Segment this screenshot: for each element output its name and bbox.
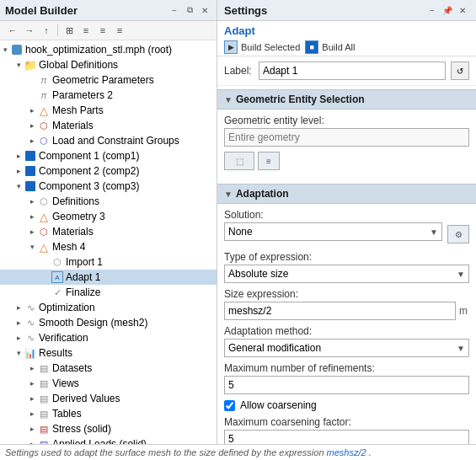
- tree-item-optimization[interactable]: ▸∿Optimization: [0, 300, 217, 315]
- expand-all-button[interactable]: ≡: [112, 24, 127, 37]
- build-selected-label: Build Selected: [241, 42, 300, 52]
- up-button[interactable]: ↑: [39, 24, 54, 37]
- settings-pin[interactable]: 📌: [441, 3, 454, 17]
- tree-label-root: hook_optimization_stl.mph (root): [25, 44, 172, 56]
- expand-arrow-stress[interactable]: ▸: [27, 424, 37, 434]
- geometric-entity-section-header[interactable]: ▼ Geometric Entity Selection: [217, 89, 476, 110]
- tree-item-views[interactable]: ▸▤Views: [0, 376, 217, 391]
- tree-icon-load: ⬡: [37, 134, 51, 147]
- max-coarse-input[interactable]: [224, 430, 469, 444]
- detach-button[interactable]: ⧉: [183, 3, 196, 17]
- type-dropdown[interactable]: Absolute size ▼: [224, 265, 469, 283]
- expand-arrow-global-defs[interactable]: ▾: [13, 60, 24, 70]
- tree-icon-mesh-parts: △: [37, 104, 51, 117]
- tree-icon-global-defs: 📁: [24, 58, 37, 72]
- build-selected-icon: ▶: [224, 40, 238, 54]
- expand-arrow-results[interactable]: ▾: [13, 348, 24, 358]
- expand-arrow-verification[interactable]: ▸: [13, 333, 24, 343]
- tree-item-mesh-parts[interactable]: ▸△Mesh Parts: [0, 103, 217, 118]
- expand-arrow-tables[interactable]: ▸: [27, 409, 37, 419]
- tree-label-tables: Tables: [52, 408, 82, 420]
- tree-item-geom-params[interactable]: πGeometric Parameters: [0, 72, 217, 88]
- solution-dropdown[interactable]: None ▼: [224, 222, 442, 241]
- entity-level-input[interactable]: [224, 128, 469, 147]
- tree-item-datasets[interactable]: ▸▤Datasets: [0, 361, 217, 376]
- expand-arrow-comp1[interactable]: ▸: [13, 151, 24, 161]
- tree-item-applied[interactable]: ▸▤Applied Loads (solid): [0, 436, 217, 444]
- expand-arrow-optimization[interactable]: ▸: [13, 302, 24, 313]
- tree-item-smooth[interactable]: ▸∿Smooth Design (mesh2): [0, 315, 217, 330]
- tree-icon-geom3: △: [37, 210, 51, 223]
- tree-item-mats3[interactable]: ▸⬡Materials: [0, 224, 217, 239]
- expand-arrow-mesh-parts[interactable]: ▸: [27, 105, 37, 115]
- tree-item-comp1[interactable]: ▸Component 1 (comp1): [0, 148, 217, 163]
- entity-select-button[interactable]: ⬚: [224, 152, 254, 170]
- tree-item-finalize[interactable]: ✓Finalize: [0, 285, 217, 300]
- forward-button[interactable]: →: [22, 24, 37, 37]
- adapt-toolbar: ▶ Build Selected ■ Build All: [224, 40, 469, 54]
- tree-item-derived[interactable]: ▸▤Derived Values: [0, 391, 217, 406]
- expand-arrow-comp3[interactable]: ▾: [13, 181, 24, 191]
- tree-item-tables[interactable]: ▸▤Tables: [0, 406, 217, 421]
- allow-coarsening-label: Allow coarsening: [240, 399, 317, 411]
- settings-close[interactable]: ✕: [456, 3, 469, 17]
- tree-label-views: Views: [52, 377, 79, 389]
- entity-view-button[interactable]: ≡: [258, 152, 280, 170]
- solution-value: None: [228, 226, 253, 238]
- expand-arrow-root[interactable]: ▾: [0, 45, 10, 55]
- tree-item-root[interactable]: ▾hook_optimization_stl.mph (root): [0, 42, 217, 57]
- tree-item-comp3[interactable]: ▾Component 3 (comp3): [0, 179, 217, 194]
- expand-arrow-load[interactable]: ▸: [27, 136, 37, 146]
- tree-label-smooth: Smooth Design (mesh2): [39, 317, 147, 329]
- entity-level-label: Geometric entity level:: [224, 115, 469, 126]
- build-all-icon: ■: [305, 40, 318, 54]
- toolbar-separator: [57, 24, 58, 36]
- tree-item-results[interactable]: ▾📊Results: [0, 345, 217, 361]
- expand-arrow-mats3[interactable]: ▸: [27, 227, 37, 237]
- solution-settings-button[interactable]: ⚙: [447, 225, 469, 243]
- label-input[interactable]: [259, 62, 446, 80]
- build-selected-button[interactable]: ▶ Build Selected: [224, 40, 300, 54]
- tree-item-geom3[interactable]: ▸△Geometry 3: [0, 209, 217, 224]
- tree-item-params2[interactable]: πParameters 2: [0, 88, 217, 103]
- tree-item-materials[interactable]: ▸⬡Materials: [0, 118, 217, 133]
- expand-arrow-views[interactable]: ▸: [27, 378, 37, 388]
- expand-arrow-materials[interactable]: ▸: [27, 120, 37, 131]
- grid-view-button[interactable]: ⊞: [62, 24, 77, 37]
- adapt-section-label: Adapt: [224, 24, 469, 37]
- tree-item-global-defs[interactable]: ▾📁Global Definitions: [0, 57, 217, 72]
- expand-arrow-derived[interactable]: ▸: [27, 393, 37, 404]
- list-view-button[interactable]: ≡: [78, 24, 94, 37]
- method-dropdown[interactable]: General modification ▼: [224, 339, 469, 357]
- tree-icon-params2: π: [37, 88, 51, 102]
- tree-item-defs[interactable]: ▸⬡Definitions: [0, 194, 217, 209]
- expand-arrow-defs[interactable]: ▸: [27, 196, 37, 206]
- tree-label-defs: Definitions: [52, 195, 99, 207]
- expand-arrow-comp2[interactable]: ▸: [13, 166, 24, 176]
- tree-label-mesh-parts: Mesh Parts: [52, 104, 104, 116]
- minimize-button[interactable]: −: [168, 3, 181, 17]
- allow-coarsening-checkbox[interactable]: [224, 400, 235, 411]
- tree-item-comp2[interactable]: ▸Component 2 (comp2): [0, 163, 217, 179]
- tree-item-adapt1[interactable]: AAdapt 1: [0, 270, 217, 285]
- close-left-button[interactable]: ✕: [198, 3, 211, 17]
- tree-item-verification[interactable]: ▸∿Verification: [0, 330, 217, 345]
- tree-item-mesh4[interactable]: ▾△Mesh 4: [0, 239, 217, 254]
- size-input[interactable]: [224, 302, 456, 320]
- expand-arrow-datasets[interactable]: ▸: [27, 363, 37, 373]
- expand-arrow-mesh4[interactable]: ▾: [27, 242, 37, 252]
- expand-arrow-smooth[interactable]: ▸: [13, 318, 24, 328]
- tree-item-stress[interactable]: ▸▤Stress (solid): [0, 421, 217, 436]
- max-ref-input[interactable]: [224, 376, 469, 394]
- settings-minimize[interactable]: −: [425, 3, 439, 17]
- tree-icon-tables: ▤: [37, 407, 51, 420]
- status-highlight: meshsz/2: [327, 447, 366, 457]
- tree-view-button[interactable]: ≡: [95, 24, 110, 37]
- back-button[interactable]: ←: [5, 24, 20, 37]
- adaptation-section-header[interactable]: ▼ Adaptation: [217, 184, 476, 204]
- tree-item-load[interactable]: ▸⬡Load and Constraint Groups: [0, 133, 217, 148]
- tree-item-import1[interactable]: ⬡Import 1: [0, 254, 217, 270]
- label-reset-button[interactable]: ↺: [451, 62, 469, 80]
- expand-arrow-geom3[interactable]: ▸: [27, 211, 37, 222]
- build-all-button[interactable]: ■ Build All: [305, 40, 355, 54]
